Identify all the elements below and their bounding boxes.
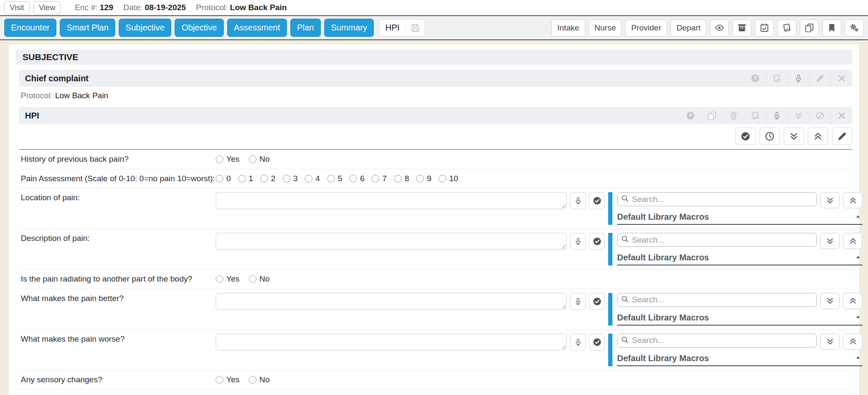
visit-button[interactable]: Visit [4, 1, 30, 14]
eye-icon-button[interactable] [710, 19, 729, 36]
nav-tab-subjective[interactable]: Subjective [119, 19, 171, 37]
macros-group-header[interactable]: Default Library Macros [617, 210, 862, 225]
close-icon[interactable] [831, 107, 852, 124]
radio-option[interactable]: 2 [260, 174, 275, 183]
radio-button[interactable] [216, 175, 223, 182]
chevron-double-down-icon[interactable] [787, 107, 809, 124]
caret-up-icon[interactable] [855, 314, 861, 321]
microphone-icon[interactable] [787, 70, 809, 87]
view-button[interactable]: View [33, 1, 61, 14]
check-circle-button[interactable] [589, 293, 605, 310]
chevron-double-down-button[interactable] [820, 334, 840, 350]
radio-option[interactable]: Yes [216, 375, 239, 384]
role-button-nurse[interactable]: Nurse [589, 19, 622, 36]
chevron-double-up-button[interactable] [808, 127, 828, 145]
radio-button[interactable] [349, 175, 357, 182]
microphone-button[interactable] [570, 293, 586, 310]
macros-group-header[interactable]: Default Library Macros [617, 310, 862, 326]
copy-icon[interactable] [701, 107, 723, 124]
text-input[interactable] [216, 334, 567, 351]
book-icon[interactable] [766, 70, 787, 87]
radio-button[interactable] [283, 175, 290, 182]
calendar-check-icon-button[interactable] [755, 19, 774, 36]
chevron-double-down-button[interactable] [820, 293, 840, 309]
radio-button[interactable] [439, 175, 446, 182]
radio-button[interactable] [416, 175, 424, 182]
chevron-double-up-button[interactable] [843, 293, 862, 309]
microphone-button[interactable] [570, 233, 586, 250]
archive-icon-button[interactable] [732, 19, 751, 36]
nav-tab-summary[interactable]: Summary [324, 19, 374, 37]
role-button-provider[interactable]: Provider [625, 19, 667, 36]
microphone-button[interactable] [570, 192, 586, 209]
search-input[interactable] [632, 195, 812, 204]
gears-icon-button[interactable] [845, 19, 864, 36]
book-icon-button[interactable] [777, 19, 796, 36]
role-button-depart[interactable]: Depart [670, 19, 707, 36]
radio-option[interactable]: 10 [439, 174, 458, 183]
radio-button[interactable] [216, 376, 223, 384]
close-icon[interactable] [831, 70, 852, 87]
radio-option[interactable]: 5 [327, 174, 342, 183]
bookmark-icon-button[interactable] [822, 19, 841, 36]
radio-option[interactable]: 4 [305, 174, 320, 183]
radio-button[interactable] [260, 175, 268, 182]
active-document-tab[interactable]: HPI [379, 19, 425, 36]
pencil-icon[interactable] [809, 70, 831, 87]
save-icon[interactable] [406, 19, 425, 36]
radio-option[interactable]: 7 [372, 174, 387, 183]
radio-button[interactable] [216, 155, 223, 163]
chevron-double-down-button[interactable] [784, 127, 804, 145]
nav-tab-objective[interactable]: Objective [175, 19, 223, 37]
caret-up-icon[interactable] [855, 213, 861, 221]
radio-option[interactable]: No [249, 155, 270, 164]
check-circle-button[interactable] [589, 192, 605, 209]
help-icon[interactable]: ? [680, 107, 701, 124]
radio-option[interactable]: 3 [283, 174, 298, 183]
nav-tab-assessment[interactable]: Assessment [227, 19, 287, 37]
search-input[interactable] [632, 235, 812, 245]
radio-option[interactable]: 6 [349, 174, 364, 183]
chevron-double-up-button[interactable] [843, 334, 862, 350]
ban-icon[interactable] [809, 107, 831, 124]
caret-up-icon[interactable] [855, 354, 861, 362]
radio-button[interactable] [216, 275, 223, 283]
radio-option[interactable]: Yes [216, 155, 239, 164]
book-icon[interactable] [744, 107, 766, 124]
pencil-button[interactable] [832, 127, 852, 145]
search-input[interactable] [632, 295, 812, 304]
copy-icon-button[interactable] [800, 19, 819, 36]
radio-option[interactable]: Yes [216, 274, 239, 284]
check-circle-button[interactable] [735, 127, 756, 145]
radio-button[interactable] [394, 175, 402, 182]
trash-icon[interactable] [723, 107, 744, 124]
caret-up-icon[interactable] [855, 254, 861, 262]
nav-tab-plan[interactable]: Plan [290, 19, 321, 37]
radio-option[interactable]: 0 [216, 174, 231, 183]
nav-tab-encounter[interactable]: Encounter [4, 19, 56, 37]
radio-option[interactable]: No [249, 274, 270, 284]
radio-button[interactable] [249, 275, 256, 283]
radio-option[interactable]: 9 [416, 174, 431, 183]
radio-option[interactable]: 1 [238, 174, 253, 183]
radio-option[interactable]: No [249, 375, 270, 384]
radio-button[interactable] [249, 376, 256, 384]
role-button-intake[interactable]: Intake [551, 19, 585, 36]
nav-tab-smart-plan[interactable]: Smart Plan [60, 19, 115, 37]
chevron-double-up-button[interactable] [843, 233, 862, 249]
radio-button[interactable] [238, 175, 246, 182]
text-input[interactable] [216, 192, 567, 209]
microphone-button[interactable] [570, 334, 586, 351]
radio-button[interactable] [327, 175, 335, 182]
help-icon[interactable]: ? [745, 70, 766, 87]
macros-group-header[interactable]: Default Library Macros [617, 250, 862, 265]
check-circle-button[interactable] [589, 334, 605, 351]
radio-button[interactable] [249, 155, 256, 163]
chevron-double-down-button[interactable] [820, 233, 840, 249]
text-input[interactable] [216, 233, 567, 250]
chevron-double-up-button[interactable] [843, 192, 862, 208]
radio-button[interactable] [305, 175, 312, 182]
macros-group-header[interactable]: Default Library Macros [617, 351, 862, 366]
chevron-double-down-button[interactable] [820, 192, 840, 208]
radio-option[interactable]: 8 [394, 174, 409, 183]
